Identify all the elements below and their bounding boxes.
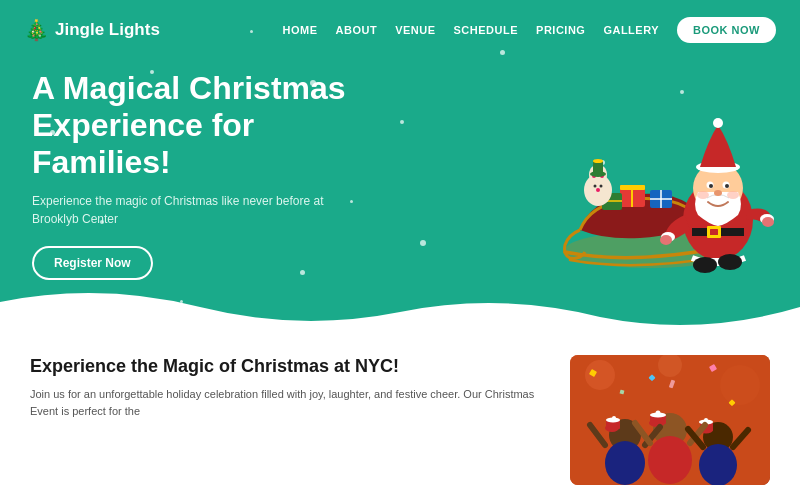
hero-title: A Magical Christmas Experience for Famil… bbox=[32, 70, 352, 180]
svg-point-26 bbox=[718, 254, 742, 270]
svg-point-36 bbox=[709, 184, 713, 188]
svg-point-16 bbox=[600, 185, 603, 188]
register-now-button[interactable]: Register Now bbox=[32, 246, 153, 280]
bottom-section-title: Experience the Magic of Christmas at NYC… bbox=[30, 355, 546, 378]
nav-gallery[interactable]: GALLERY bbox=[603, 24, 659, 36]
logo[interactable]: 🎄 Jingle Lights bbox=[24, 18, 160, 42]
hero-illustration bbox=[450, 30, 790, 310]
svg-point-29 bbox=[660, 235, 672, 245]
nav-pricing[interactable]: PRICING bbox=[536, 24, 585, 36]
svg-point-39 bbox=[697, 191, 709, 199]
svg-point-20 bbox=[593, 159, 603, 163]
snow-dot bbox=[400, 120, 404, 124]
nav-about[interactable]: ABOUT bbox=[336, 24, 378, 36]
svg-point-15 bbox=[594, 185, 597, 188]
book-now-button[interactable]: BOOK NOW bbox=[677, 17, 776, 43]
nav-venue[interactable]: VENUE bbox=[395, 24, 435, 36]
svg-point-52 bbox=[605, 441, 645, 485]
svg-point-43 bbox=[720, 365, 760, 405]
svg-point-42 bbox=[585, 360, 615, 390]
hero-subtitle: Experience the magic of Christmas like n… bbox=[32, 192, 352, 228]
nav-schedule[interactable]: SCHEDULE bbox=[454, 24, 519, 36]
hero-wave bbox=[0, 282, 800, 340]
svg-point-17 bbox=[596, 188, 600, 192]
svg-point-56 bbox=[612, 416, 616, 420]
svg-point-38 bbox=[714, 190, 722, 196]
svg-point-37 bbox=[725, 184, 729, 188]
brand-name: Jingle Lights bbox=[55, 20, 160, 40]
svg-point-58 bbox=[648, 436, 692, 484]
svg-point-68 bbox=[704, 418, 708, 422]
bottom-section-desc: Join us for an unforgettable holiday cel… bbox=[30, 386, 546, 421]
bottom-text: Experience the Magic of Christmas at NYC… bbox=[30, 355, 546, 480]
svg-point-25 bbox=[693, 257, 717, 273]
svg-rect-19 bbox=[593, 161, 603, 175]
nav-links: HOME ABOUT VENUE SCHEDULE PRICING GALLER… bbox=[283, 17, 776, 43]
svg-point-33 bbox=[713, 118, 723, 128]
bottom-image bbox=[570, 355, 770, 485]
svg-point-40 bbox=[727, 191, 739, 199]
navbar: 🎄 Jingle Lights HOME ABOUT VENUE SCHEDUL… bbox=[0, 0, 800, 60]
svg-point-64 bbox=[699, 444, 737, 485]
hero-content: A Magical Christmas Experience for Famil… bbox=[32, 70, 352, 280]
svg-point-62 bbox=[656, 411, 661, 416]
nav-home[interactable]: HOME bbox=[283, 24, 318, 36]
bottom-section: Experience the Magic of Christmas at NYC… bbox=[0, 335, 800, 500]
svg-rect-24 bbox=[710, 229, 718, 235]
hero-section: 🎄 Jingle Lights HOME ABOUT VENUE SCHEDUL… bbox=[0, 0, 800, 340]
svg-point-30 bbox=[762, 217, 774, 227]
logo-icon: 🎄 bbox=[24, 18, 49, 42]
snow-dot bbox=[420, 240, 426, 246]
